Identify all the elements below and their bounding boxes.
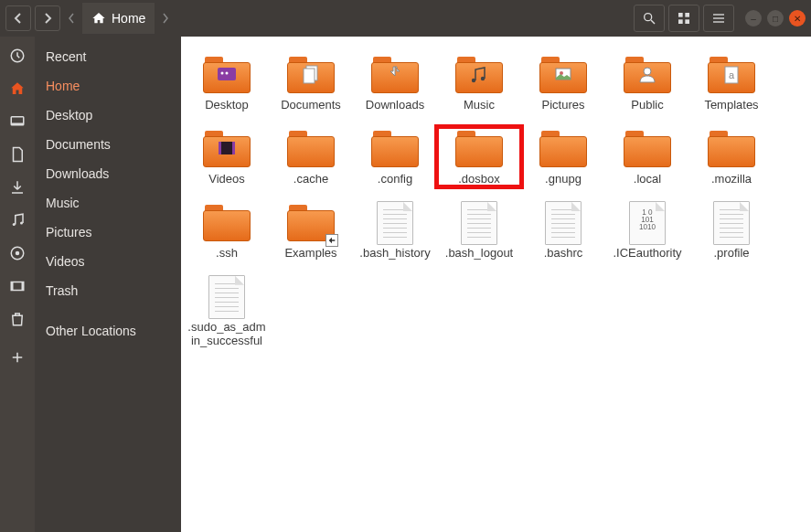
svg-rect-6 (713, 14, 724, 15)
file-icon (454, 201, 505, 245)
nav-back-button[interactable] (5, 5, 31, 31)
folder-desktop[interactable]: Desktop (185, 53, 269, 112)
folder-cache[interactable]: .cache (269, 127, 353, 186)
item-label: .bash_history (359, 247, 430, 261)
item-label: .gnupg (545, 173, 582, 186)
music-icon[interactable] (7, 210, 27, 230)
file-icon (369, 201, 421, 245)
window-close-button[interactable]: ✕ (789, 10, 806, 27)
titlebar: Home – □ ✕ (0, 0, 811, 37)
file-bash_history[interactable]: .bash_history (353, 201, 437, 261)
sidebar-item-home[interactable]: Home (35, 71, 181, 101)
folder-local[interactable]: .local (605, 127, 689, 186)
sidebar-item-desktop[interactable]: Desktop (35, 101, 181, 130)
search-button[interactable] (634, 5, 665, 32)
svg-point-0 (645, 14, 652, 21)
folder-music[interactable]: Music (437, 53, 521, 112)
file-iceauthority[interactable]: .ICEauthority (605, 201, 689, 261)
folder-icon (706, 127, 757, 171)
file-bash_logout[interactable]: .bash_logout (437, 201, 521, 261)
folder-icon (285, 53, 336, 97)
svg-rect-2 (678, 13, 683, 17)
item-label: Music (464, 99, 495, 112)
item-label: .ICEauthority (613, 247, 681, 261)
window-controls: – □ ✕ (745, 10, 806, 27)
sidebar-item-downloads[interactable]: Downloads (35, 159, 181, 188)
sidebar-item-pictures[interactable]: Pictures (35, 218, 181, 247)
sidebar-item-label: Videos (46, 254, 85, 269)
folder-icon (538, 127, 589, 171)
desktop-icon[interactable] (7, 112, 27, 132)
file-icon (201, 275, 252, 319)
sidebar-item-label: Documents (46, 137, 111, 152)
breadcrumb-home[interactable]: Home (82, 3, 155, 34)
item-label: Examples (284, 247, 336, 261)
item-label: Pictures (542, 99, 585, 112)
folder-downloads[interactable]: Downloads (353, 53, 437, 112)
sidebar-item-label: Other Locations (46, 324, 136, 338)
home-icon[interactable] (7, 79, 27, 99)
path-separator-right (158, 13, 173, 24)
folder-examples[interactable]: Examples (269, 201, 353, 261)
recent-icon[interactable] (7, 46, 27, 66)
folder-icon (706, 53, 757, 97)
svg-point-12 (13, 223, 16, 226)
folder-icon (369, 127, 421, 171)
item-label: .config (378, 173, 412, 186)
folder-dosbox[interactable]: .dosbox (437, 127, 521, 186)
folder-config[interactable]: .config (353, 127, 437, 186)
pictures-icon[interactable] (7, 243, 27, 263)
sidebar-item-recent[interactable]: Recent (35, 42, 181, 71)
item-label: .bash_logout (445, 247, 513, 261)
folder-videos[interactable]: Videos (185, 127, 269, 186)
folder-pictures[interactable]: Pictures (521, 53, 605, 112)
window-minimize-button[interactable]: – (745, 10, 762, 27)
folder-public[interactable]: Public (605, 53, 689, 112)
trash-icon[interactable] (7, 309, 27, 329)
sidebar-item-label: Home (46, 79, 80, 93)
nav-forward-button[interactable] (35, 5, 60, 31)
downloads-icon[interactable] (7, 177, 27, 197)
activity-bar (0, 37, 35, 532)
item-label: .bashrc (544, 247, 583, 261)
videos-icon[interactable] (7, 276, 27, 296)
svg-point-13 (20, 222, 23, 225)
sidebar-item-label: Recent (46, 49, 86, 64)
svg-rect-8 (713, 21, 724, 22)
file-profile[interactable]: .profile (689, 201, 774, 261)
view-toggle-button[interactable] (668, 5, 699, 32)
sidebar-item-music[interactable]: Music (35, 188, 181, 218)
folder-icon (285, 127, 336, 171)
folder-ssh[interactable]: .ssh (185, 201, 269, 261)
sidebar-item-videos[interactable]: Videos (35, 247, 181, 276)
svg-rect-5 (685, 19, 689, 24)
sidebar-item-other-locations[interactable]: Other Locations (35, 316, 181, 346)
sidebar-item-trash[interactable]: Trash (35, 276, 181, 305)
file-icon (706, 201, 757, 245)
window-maximize-button[interactable]: □ (767, 10, 784, 27)
hamburger-icon (711, 11, 726, 26)
folder-gnupg[interactable]: .gnupg (521, 127, 605, 186)
folder-mozilla[interactable]: .mozilla (689, 127, 774, 186)
svg-rect-17 (11, 282, 13, 291)
svg-rect-3 (685, 13, 689, 17)
symlink-badge-icon (325, 234, 338, 247)
folder-templates[interactable]: Templates (689, 53, 774, 112)
menu-button[interactable] (703, 5, 734, 32)
folder-icon (454, 127, 505, 171)
other-locations-icon[interactable] (7, 347, 27, 367)
file-bashrc[interactable]: .bashrc (521, 201, 605, 261)
file-icon (622, 201, 673, 245)
sidebar-item-documents[interactable]: Documents (35, 130, 181, 159)
item-label: Public (631, 99, 663, 112)
svg-rect-18 (22, 282, 24, 291)
documents-icon[interactable] (7, 144, 27, 165)
home-icon (91, 11, 106, 26)
item-label: .local (634, 173, 661, 186)
svg-point-15 (16, 251, 20, 256)
item-label: Downloads (366, 99, 424, 112)
path-separator-left (64, 13, 79, 24)
folder-icon (622, 53, 673, 97)
file-sudo_as_admin_successful[interactable]: .sudo_as_admin_successful (185, 275, 269, 348)
folder-documents[interactable]: Documents (269, 53, 353, 112)
